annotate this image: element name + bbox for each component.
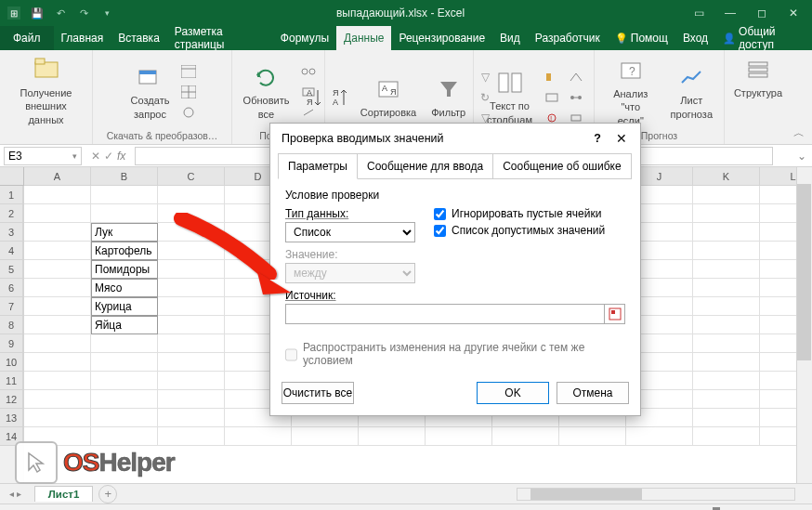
get-external-data-button[interactable]: Получение внешних данных bbox=[6, 53, 86, 128]
cell-C7[interactable] bbox=[158, 297, 225, 316]
row-header-5[interactable]: 5 bbox=[0, 260, 23, 279]
text-to-columns-button[interactable]: Текст по столбцам bbox=[481, 66, 538, 128]
tab-file[interactable]: Файл bbox=[0, 26, 54, 50]
cell-A3[interactable] bbox=[24, 223, 91, 242]
cancel-fx-icon[interactable]: ✕ bbox=[91, 150, 100, 163]
relationships-icon[interactable] bbox=[566, 88, 586, 107]
undo-icon[interactable]: ↶ bbox=[50, 3, 71, 23]
cell-A12[interactable] bbox=[24, 390, 91, 409]
tab-view[interactable]: Вид bbox=[492, 26, 528, 50]
dialog-tab-error-alert[interactable]: Сообщение об ошибке bbox=[492, 153, 631, 179]
row-header-13[interactable]: 13 bbox=[0, 409, 23, 427]
tab-signin[interactable]: Вход bbox=[675, 26, 715, 50]
cell-A10[interactable] bbox=[24, 353, 91, 372]
row-header-11[interactable]: 11 bbox=[0, 372, 23, 390]
cell-K5[interactable] bbox=[693, 260, 760, 279]
col-header-A[interactable]: A bbox=[24, 167, 91, 186]
cell-A13[interactable] bbox=[24, 409, 91, 427]
source-input[interactable] bbox=[285, 304, 605, 324]
forecast-sheet-button[interactable]: Лист прогноза bbox=[665, 60, 718, 123]
close-icon[interactable]: ✕ bbox=[779, 3, 808, 23]
tab-share[interactable]: 👤Общий доступ bbox=[715, 26, 812, 50]
tab-data[interactable]: Данные bbox=[336, 26, 391, 50]
cell-A8[interactable] bbox=[24, 316, 91, 334]
whatif-button[interactable]: ? Анализ "что если" bbox=[600, 54, 661, 129]
name-box[interactable]: E3▾ bbox=[4, 147, 82, 165]
maximize-icon[interactable]: ◻ bbox=[747, 3, 777, 23]
row-header-4[interactable]: 4 bbox=[0, 242, 23, 260]
ribbon-options-icon[interactable]: ▭ bbox=[684, 3, 714, 23]
col-header-C[interactable]: C bbox=[158, 167, 225, 186]
cell-K3[interactable] bbox=[693, 223, 760, 242]
tab-insert[interactable]: Вставка bbox=[111, 26, 167, 50]
tab-review[interactable]: Рецензирование bbox=[391, 26, 492, 50]
cell-G14[interactable] bbox=[426, 427, 492, 446]
filter-button[interactable]: Фильтр bbox=[426, 72, 471, 121]
row-header-8[interactable]: 8 bbox=[0, 316, 23, 334]
ignore-blank-checkbox[interactable] bbox=[434, 208, 446, 220]
cell-B3[interactable]: Лук bbox=[91, 223, 158, 242]
cell-B9[interactable] bbox=[91, 334, 158, 353]
dialog-tab-input-message[interactable]: Сообщение для ввода bbox=[357, 153, 493, 179]
flash-fill-icon[interactable] bbox=[542, 68, 562, 86]
minimize-icon[interactable]: ― bbox=[715, 3, 745, 23]
cell-B1[interactable] bbox=[91, 186, 158, 204]
cell-A2[interactable] bbox=[24, 204, 91, 223]
sort-desc-button[interactable]: ЯA bbox=[329, 85, 351, 111]
cell-A11[interactable] bbox=[24, 372, 91, 390]
dropdown-checkbox[interactable] bbox=[434, 225, 446, 237]
row-header-12[interactable]: 12 bbox=[0, 390, 23, 409]
cell-K1[interactable] bbox=[693, 186, 760, 204]
cell-K8[interactable] bbox=[693, 316, 760, 334]
cell-B11[interactable] bbox=[91, 372, 158, 390]
cell-K14[interactable] bbox=[693, 427, 760, 446]
dialog-close-button[interactable]: ✕ bbox=[610, 127, 633, 150]
cell-K9[interactable] bbox=[693, 334, 760, 353]
help-icon[interactable]: ? bbox=[594, 132, 601, 145]
row-header-2[interactable]: 2 bbox=[0, 204, 23, 223]
cell-C6[interactable] bbox=[158, 279, 225, 297]
tab-home[interactable]: Главная bbox=[54, 26, 111, 50]
cell-A5[interactable] bbox=[24, 260, 91, 279]
cell-C1[interactable] bbox=[158, 186, 225, 204]
sort-asc-button[interactable]: AЯ bbox=[303, 85, 325, 111]
outline-button[interactable]: Структура bbox=[728, 53, 788, 101]
type-select[interactable]: Список bbox=[285, 222, 415, 242]
show-queries-icon[interactable] bbox=[178, 62, 199, 81]
cell-C4[interactable] bbox=[158, 242, 225, 260]
cell-A1[interactable] bbox=[24, 186, 91, 204]
cell-B5[interactable]: Помидоры bbox=[91, 260, 158, 279]
collapse-ribbon-icon[interactable]: ︿ bbox=[793, 125, 808, 140]
cell-K12[interactable] bbox=[693, 390, 760, 409]
from-table-icon[interactable] bbox=[178, 83, 199, 101]
vertical-scrollbar[interactable] bbox=[796, 167, 812, 483]
new-sheet-icon[interactable]: + bbox=[98, 485, 117, 503]
sheet-nav-buttons[interactable]: ◂ ▸ bbox=[9, 489, 29, 499]
redo-icon[interactable]: ↷ bbox=[73, 3, 94, 23]
ok-button[interactable]: OK bbox=[477, 382, 549, 404]
new-query-button[interactable]: Создать запрос bbox=[125, 60, 176, 123]
range-selector-button[interactable] bbox=[605, 304, 625, 324]
tab-tellme[interactable]: 💡Помощ bbox=[608, 26, 675, 50]
cell-I14[interactable] bbox=[559, 427, 626, 446]
recent-sources-icon[interactable] bbox=[178, 103, 199, 122]
cell-A6[interactable] bbox=[24, 279, 91, 297]
cell-E14[interactable] bbox=[292, 427, 359, 446]
cell-C5[interactable] bbox=[158, 260, 225, 279]
cell-F14[interactable] bbox=[359, 427, 426, 446]
col-header-B[interactable]: B bbox=[91, 167, 158, 186]
fx-icon[interactable]: fx bbox=[117, 150, 125, 163]
cell-A7[interactable] bbox=[24, 297, 91, 316]
cell-C11[interactable] bbox=[158, 372, 225, 390]
cell-C2[interactable] bbox=[158, 204, 225, 223]
tab-formulas[interactable]: Формулы bbox=[273, 26, 336, 50]
remove-dup-icon[interactable] bbox=[542, 88, 562, 107]
tab-developer[interactable]: Разработчик bbox=[528, 26, 608, 50]
qat-more-icon[interactable]: ▾ bbox=[97, 3, 117, 23]
cell-B4[interactable]: Картофель bbox=[91, 242, 158, 260]
row-header-3[interactable]: 3 bbox=[0, 223, 23, 242]
cell-H14[interactable] bbox=[492, 427, 559, 446]
row-header-1[interactable]: 1 bbox=[0, 186, 23, 204]
cell-A9[interactable] bbox=[24, 334, 91, 353]
refresh-all-button[interactable]: Обновить все bbox=[238, 60, 295, 123]
